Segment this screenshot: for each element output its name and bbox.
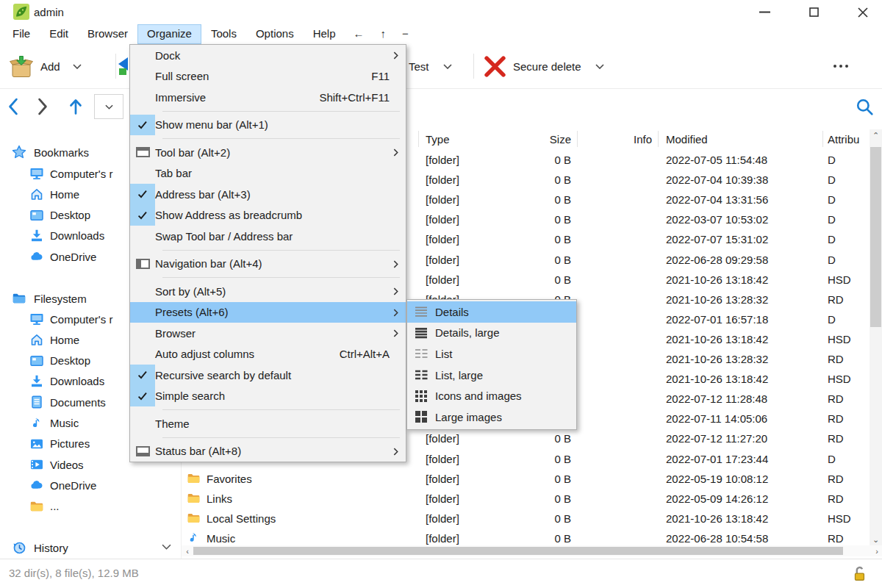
submenu-arrow-icon [393, 51, 398, 60]
sidebar-item-label: Downloads [50, 229, 104, 242]
column-header-info[interactable]: Info [582, 129, 652, 149]
sidebar-item--[interactable]: ... [0, 496, 181, 517]
column-header-attribu[interactable]: Attribu [828, 129, 869, 149]
scroll-left-arrow[interactable]: ‹ [182, 545, 193, 556]
test-button[interactable]: Test [409, 44, 452, 88]
menu-gutter [130, 344, 155, 365]
folder-icon [187, 512, 201, 526]
submenu-item-list[interactable]: List [407, 343, 576, 365]
menu-item-browser[interactable]: Browser [130, 323, 406, 344]
menubar-collapse-button[interactable]: − [394, 24, 417, 44]
scroll-up-arrow[interactable]: ⌃ [870, 129, 882, 141]
menu-item-auto-adjust-columns[interactable]: Auto adjust columnsCtrl+Alt+A [130, 344, 406, 365]
cell-attr: D [828, 150, 869, 170]
menu-item-tab-bar[interactable]: Tab bar [130, 163, 406, 184]
menu-item-address-bar-alt-3-[interactable]: Address bar (Alt+3) [130, 184, 406, 205]
menu-item-full-screen[interactable]: Full screenF11 [130, 66, 406, 87]
forward-button[interactable] [37, 98, 49, 115]
column-separator [658, 131, 659, 147]
cell-attr: D [828, 209, 869, 229]
test-dropdown-chevron-icon[interactable] [443, 64, 452, 69]
sidebar-item-label: Desktop [50, 209, 90, 221]
add-dropdown-chevron-icon[interactable] [73, 64, 82, 69]
secure-delete-button[interactable]: Secure delete [484, 44, 604, 88]
cell-size: 0 B [476, 509, 571, 528]
column-header-size[interactable]: Size [476, 129, 571, 149]
cell-modified: 2022-07-12 11:27:20 [666, 429, 820, 448]
submenu-item-details[interactable]: Details [407, 301, 576, 323]
cell-modified: 2022-07-04 13:31:56 [666, 190, 820, 209]
submenu-item-icons-and-images[interactable]: Icons and images [407, 385, 576, 406]
cell-attr: D [828, 250, 869, 270]
horizontal-scrollbar-thumb[interactable] [193, 547, 843, 555]
menubar-item-options[interactable]: Options [246, 24, 304, 44]
checkmark-icon [130, 205, 155, 226]
menu-item-dock[interactable]: Dock [130, 45, 406, 66]
close-button[interactable] [845, 0, 881, 24]
star-icon [12, 145, 26, 159]
vertical-scrollbar-thumb[interactable] [870, 147, 881, 327]
minimize-button[interactable] [747, 0, 782, 24]
menu-item-show-address-as-breadcrumb[interactable]: Show Address as breadcrumb [130, 205, 406, 226]
cell-name: Favorites [207, 469, 420, 489]
sidebar-item-label: ... [50, 500, 60, 512]
sidebar-item-onedrive[interactable]: OneDrive [0, 475, 181, 495]
sidebar-section-history[interactable]: History [0, 537, 181, 558]
column-header-modified[interactable]: Modified [666, 129, 820, 149]
menu-item-navigation-bar-alt-4-[interactable]: Navigation bar (Alt+4) [130, 254, 406, 275]
icons-grid-icon [407, 390, 435, 402]
cell-modified: 2021-10-26 13:18:42 [666, 369, 820, 389]
address-dropdown[interactable] [94, 94, 123, 119]
menu-item-immersive[interactable]: ImmersiveShift+Ctrl+F11 [130, 87, 406, 108]
downloads-icon [29, 374, 44, 389]
menubar-back-arrow-button[interactable]: ← [345, 24, 373, 44]
add-button[interactable]: Add [9, 44, 82, 88]
scroll-down-arrow[interactable]: ⌄ [870, 534, 882, 545]
unlock-icon[interactable] [851, 565, 867, 583]
menu-item-swap-tool-bar-address-bar[interactable]: Swap Tool bar / Address bar [130, 226, 406, 247]
up-button[interactable] [68, 98, 83, 115]
secure-delete-dropdown-chevron-icon[interactable] [595, 64, 604, 69]
menubar-item-help[interactable]: Help [304, 24, 345, 44]
scroll-right-arrow[interactable]: › [871, 545, 882, 556]
titlebar: admin [0, 0, 882, 24]
back-button[interactable] [7, 98, 19, 115]
submenu-item-large-images[interactable]: Large images [407, 406, 576, 428]
menu-item-sort-by-alt-5-[interactable]: Sort by (Alt+5) [130, 281, 406, 302]
menubar-item-browser[interactable]: Browser [78, 24, 137, 44]
table-row[interactable]: Favorites[folder]0 B2022-05-19 10:08:12R… [182, 469, 870, 489]
menubar-up-arrow-button[interactable]: ↑ [373, 24, 395, 44]
home-icon [29, 187, 44, 201]
toolbar-overflow-button[interactable] [825, 44, 857, 88]
menu-gutter [130, 254, 155, 275]
maximize-button[interactable] [796, 0, 831, 24]
horizontal-scrollbar[interactable]: ‹ › [182, 545, 882, 556]
submenu-item-details-large[interactable]: Details, large [407, 323, 576, 344]
menubar-item-edit[interactable]: Edit [40, 24, 78, 44]
menu-item-status-bar-alt-8-[interactable]: Status bar (Alt+8) [130, 441, 406, 462]
submenu-item-list-large[interactable]: List, large [407, 365, 576, 386]
menu-item-simple-search[interactable]: Simple search [130, 386, 406, 407]
menubar-item-organize[interactable]: Organize [137, 24, 201, 44]
sidebar-scroll-down-icon[interactable] [162, 544, 171, 550]
menu-item-presets-alt-6-[interactable]: Presets (Alt+6) [130, 302, 406, 323]
menu-item-show-menu-bar-alt-1-[interactable]: Show menu bar (Alt+1) [130, 115, 406, 136]
menu-item-recursive-search-by-default[interactable]: Recursive search by default [130, 365, 406, 386]
details-large-icon [407, 327, 435, 339]
table-row[interactable]: Links[folder]0 B2022-05-09 14:26:12RD [182, 489, 870, 509]
submenu-arrow-icon [393, 448, 398, 456]
menu-item-tool-bar-alt-2-[interactable]: Tool bar (Alt+2) [130, 142, 406, 163]
menubar-item-tools[interactable]: Tools [201, 24, 246, 44]
table-row[interactable]: Local Settings[folder]0 B2021-10-26 13:1… [182, 509, 870, 528]
menu-item-label: Recursive search by default [155, 369, 406, 381]
menubar-item-file[interactable]: File [3, 24, 40, 44]
cell-attr: D [828, 190, 869, 209]
sidebar-item-label: Documents [50, 396, 106, 409]
cell-attr: D [828, 229, 869, 249]
search-icon[interactable] [855, 97, 874, 116]
cell-attr: RD [828, 469, 869, 489]
menu-separator [130, 274, 406, 281]
history-icon [12, 540, 26, 555]
menu-item-theme[interactable]: Theme [130, 413, 406, 434]
vertical-scrollbar[interactable]: ⌃ ⌄ [870, 129, 882, 545]
